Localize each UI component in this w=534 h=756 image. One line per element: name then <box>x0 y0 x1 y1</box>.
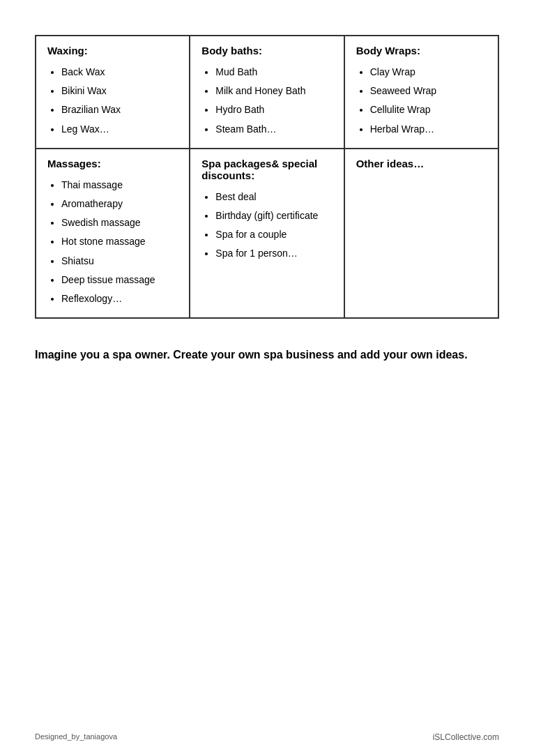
list-item: Cellulite Wrap <box>370 101 487 119</box>
massages-header: Massages: <box>47 158 178 169</box>
table-row-2: Massages: Thai massage Aromatherapy Swed… <box>36 149 498 318</box>
list-item: Back Wax <box>61 63 178 81</box>
list-item: Herbal Wrap… <box>370 121 487 138</box>
list-item: Bikini Wax <box>61 82 178 100</box>
footer: Designed_by_taniagova iSLCollective.com <box>0 732 534 742</box>
list-item: Brazilian Wax <box>61 101 178 119</box>
list-item: Best deal <box>215 188 332 206</box>
bottom-text: Imagine you a spa owner. Create your own… <box>35 347 488 363</box>
list-item: Shiatsu <box>61 252 178 270</box>
body-wraps-list: Clay Wrap Seaweed Wrap Cellulite Wrap He… <box>356 63 487 138</box>
list-item: Birthday (gift) certificate <box>215 207 332 225</box>
page: Waxing: Back Wax Bikini Wax Brazilian Wa… <box>0 0 534 756</box>
waxing-header: Waxing: <box>47 45 178 56</box>
cell-body-baths: Body baths: Mud Bath Milk and Honey Bath… <box>190 36 344 149</box>
cell-other-ideas: Other ideas… <box>344 149 498 318</box>
list-item: Reflexology… <box>61 290 178 308</box>
other-ideas-header: Other ideas… <box>356 158 487 169</box>
list-item: Steam Bath… <box>215 121 332 138</box>
list-item: Seaweed Wrap <box>370 82 487 100</box>
list-item: Thai massage <box>61 176 178 194</box>
cell-waxing: Waxing: Back Wax Bikini Wax Brazilian Wa… <box>36 36 190 149</box>
list-item: Swedish massage <box>61 214 178 232</box>
table-row-1: Waxing: Back Wax Bikini Wax Brazilian Wa… <box>36 36 498 149</box>
cell-body-wraps: Body Wraps: Clay Wrap Seaweed Wrap Cellu… <box>344 36 498 149</box>
list-item: Aromatherapy <box>61 195 178 213</box>
spa-packages-header: Spa packages& special discounts: <box>201 158 332 181</box>
massages-list: Thai massage Aromatherapy Swedish massag… <box>47 176 178 308</box>
spa-packages-list: Best deal Birthday (gift) certificate Sp… <box>201 188 332 263</box>
list-item: Spa for a couple <box>215 226 332 243</box>
list-item: Spa for 1 person… <box>215 245 332 262</box>
list-item: Leg Wax… <box>61 121 178 138</box>
list-item: Deep tissue massage <box>61 271 178 289</box>
body-wraps-header: Body Wraps: <box>356 45 487 56</box>
cell-massages: Massages: Thai massage Aromatherapy Swed… <box>36 149 190 318</box>
cell-spa-packages: Spa packages& special discounts: Best de… <box>190 149 344 318</box>
list-item: Mud Bath <box>215 63 332 81</box>
body-baths-header: Body baths: <box>201 45 332 56</box>
list-item: Hydro Bath <box>215 101 332 119</box>
footer-right: iSLCollective.com <box>433 732 499 742</box>
list-item: Hot stone massage <box>61 233 178 250</box>
waxing-list: Back Wax Bikini Wax Brazilian Wax Leg Wa… <box>47 63 178 138</box>
list-item: Clay Wrap <box>370 63 487 81</box>
list-item: Milk and Honey Bath <box>215 82 332 100</box>
footer-left: Designed_by_taniagova <box>35 732 117 742</box>
main-table: Waxing: Back Wax Bikini Wax Brazilian Wa… <box>35 35 499 319</box>
body-baths-list: Mud Bath Milk and Honey Bath Hydro Bath … <box>201 63 332 138</box>
